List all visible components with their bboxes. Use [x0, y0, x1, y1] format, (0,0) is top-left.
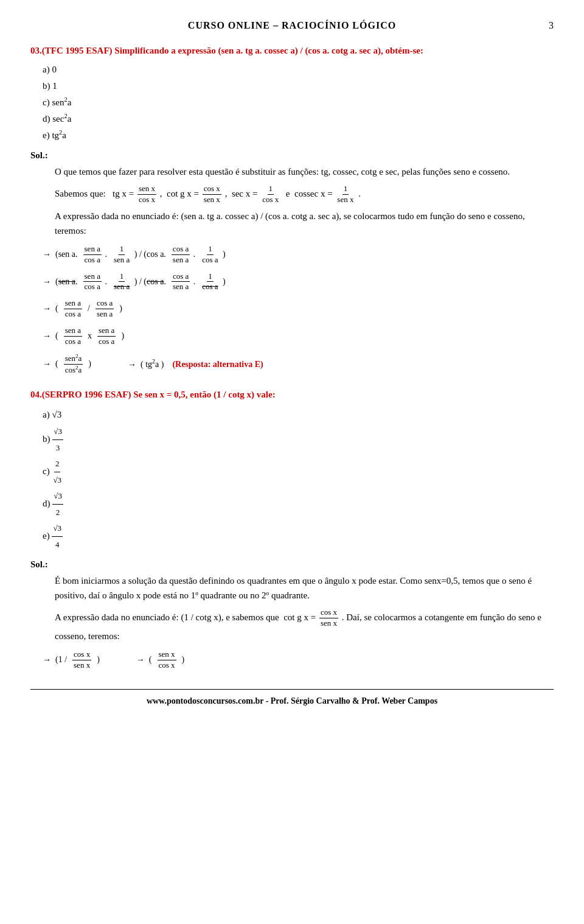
q4-step1: → (1 / cos x sen x ) → ( sen x cos x ) [43, 649, 554, 671]
q3-sol-label: Sol.: [30, 149, 554, 163]
question-4-title: 04.(SERPRO 1996 ESAF) Se sen x = 0,5, en… [30, 388, 554, 402]
q3-step2: → (sen a. sen a cos a . 1 sen a ) / (cos… [43, 271, 554, 293]
question-3-options: a) 0b) 1c) sen2ad) sec2ae) tg2a [43, 61, 554, 144]
q3-expressao-enunciado: A expressão dada no enunciado é: (sen a.… [55, 209, 554, 238]
q3-sol-text: O que temos que fazer para resolver esta… [55, 164, 554, 179]
q4-sol-text1: É bom iniciarmos a solução da questão de… [55, 573, 554, 603]
page-title: CURSO ONLINE – RACIOCÍNIO LÓGICO [188, 18, 396, 33]
q4-sol-label: Sol.: [30, 558, 554, 572]
question-4-options-formatted: a) √3 b) √33 c) 2√3 d) √32 e) √34 [43, 405, 554, 553]
q3-step4: → ( sen a cos a x sen a cos a ) [43, 326, 554, 347]
q3-sabemos-line: Sabemos que: tg x = sen x cos x , cot g … [55, 184, 554, 205]
q3-step3: → ( sen a cos a / cos a sen a ) [43, 298, 554, 320]
page-number: 3 [549, 18, 554, 33]
q3-step5: → ( sen2a cos2a ) → ( tg2a ) (Resposta: … [43, 353, 554, 376]
q4-sol-text2: A expressão dada no enunciado é: (1 / co… [55, 607, 554, 643]
q3-step1: → (sen a. sen a cos a . 1 sen a ) / (cos… [43, 244, 554, 265]
footer-text: www.pontodosconcursos.com.br - Prof. Sér… [30, 689, 554, 707]
question-3-title: 03.(TFC 1995 ESAF) Simplificando a expre… [30, 44, 554, 58]
